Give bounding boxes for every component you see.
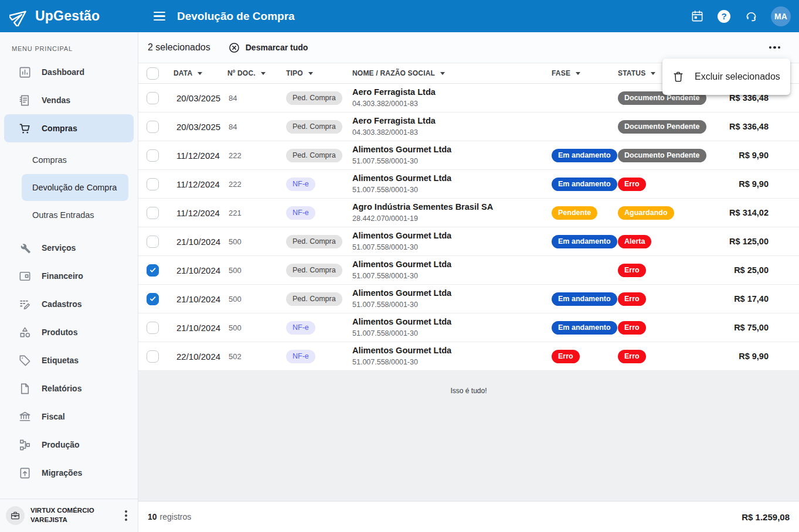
sidebar-item-label: Fiscal xyxy=(42,412,65,421)
paper-plane-logo-icon xyxy=(9,6,29,26)
row-date: 11/12/2024 xyxy=(174,151,227,161)
column-header-nome[interactable]: NOME / RAZÃO SOCIAL xyxy=(352,69,552,77)
row-doc-number: 222 xyxy=(227,151,286,160)
sidebar-item-servicos[interactable]: Serviços xyxy=(4,234,134,262)
select-all-checkbox[interactable] xyxy=(147,67,159,80)
trash-icon xyxy=(672,70,685,83)
help-icon[interactable]: ? xyxy=(717,9,731,23)
sort-arrow-icon xyxy=(651,72,655,75)
document-upload-icon xyxy=(18,466,32,480)
row-checkbox[interactable] xyxy=(147,236,159,248)
row-doc-number: 84 xyxy=(227,122,286,131)
topbar: UpGestão Devolução de Compra ? MA xyxy=(0,0,799,32)
row-cnpj: 51.007.558/0001-30 xyxy=(352,300,552,309)
column-header-fase[interactable]: FASE xyxy=(552,69,618,77)
table-row[interactable]: 21/10/2024 500 Ped. Compra Alimentos Gou… xyxy=(138,285,799,313)
status-chip: Aguardando xyxy=(618,206,674,220)
sidebar-item-etiquetas[interactable]: Etiquetas xyxy=(4,346,134,374)
fase-chip: Em andamento xyxy=(552,292,617,306)
briefcase-icon xyxy=(6,506,25,525)
row-doc-number: 84 xyxy=(227,94,286,103)
tipo-chip: Ped. Compra xyxy=(286,235,342,248)
menu-hamburger-icon[interactable] xyxy=(154,12,165,21)
sidebar-item-cadastros[interactable]: Cadastros xyxy=(4,290,134,318)
table-row[interactable]: 21/10/2024 500 NF-e Alimentos Gourmet Lt… xyxy=(138,313,799,342)
column-header-tipo[interactable]: TIPO xyxy=(286,69,352,77)
selected-count: 2 selecionados xyxy=(148,42,210,53)
row-value: R$ 17,40 xyxy=(701,294,769,303)
delete-selected-menu-item[interactable]: Excluir selecionados xyxy=(662,62,790,92)
submenu-item-devolucao-de-compra[interactable]: Devolução de Compra xyxy=(22,174,128,201)
column-header-doc[interactable]: Nº DOC. xyxy=(227,69,286,77)
row-checkbox[interactable] xyxy=(147,322,159,334)
table-row[interactable]: 11/12/2024 222 NF-e Alimentos Gourmet Lt… xyxy=(138,170,799,199)
fase-chip: Em andamento xyxy=(552,235,617,248)
row-checkbox[interactable] xyxy=(147,207,159,219)
row-company-name: Alimentos Gourmet Ltda xyxy=(352,144,552,155)
row-checkbox[interactable] xyxy=(147,178,159,190)
wallet-icon xyxy=(18,270,32,283)
sidebar-item-fiscal[interactable]: Fiscal xyxy=(4,403,134,431)
clear-selection-button[interactable]: Desmarcar tudo xyxy=(228,42,308,54)
table-row[interactable]: 11/12/2024 221 NF-e Agro Indústria Semen… xyxy=(138,199,799,227)
sidebar-item-produtos[interactable]: Produtos xyxy=(4,318,134,346)
sidebar-item-migracoes[interactable]: Migrações xyxy=(4,459,134,487)
row-doc-number: 500 xyxy=(227,266,286,275)
shopping-cart-icon xyxy=(18,122,32,135)
sidebar-item-vendas[interactable]: Vendas xyxy=(4,86,134,114)
row-checkbox[interactable] xyxy=(147,92,159,104)
sidebar-item-financeiro[interactable]: Financeiro xyxy=(4,262,134,290)
company-menu-kebab-icon[interactable] xyxy=(121,507,131,524)
status-chip: Alerta xyxy=(618,235,651,248)
row-checkbox[interactable] xyxy=(147,350,159,363)
footer-summary-bar: 10 registros R$ 1.259,08 xyxy=(138,501,799,532)
sidebar-item-compras[interactable]: Compras xyxy=(4,114,134,142)
brand[interactable]: UpGestão xyxy=(0,6,138,26)
tipo-chip: NF-e xyxy=(286,178,315,191)
table-row[interactable]: 21/10/2024 500 Ped. Compra Alimentos Gou… xyxy=(138,256,799,285)
status-chip: Erro xyxy=(618,292,646,306)
row-date: 21/10/2024 xyxy=(174,265,227,275)
row-doc-number: 502 xyxy=(227,352,286,361)
fase-chip: Em andamento xyxy=(552,149,617,162)
records-count: 10 xyxy=(148,512,157,521)
sidebar-item-label: Produção xyxy=(42,440,80,449)
tipo-chip: Ped. Compra xyxy=(286,292,342,306)
document-icon xyxy=(18,382,32,395)
sidebar-item-producao[interactable]: Produção xyxy=(4,431,134,459)
table-row[interactable]: 11/12/2024 222 Ped. Compra Alimentos Gou… xyxy=(138,141,799,170)
table-row[interactable]: 21/10/2024 500 Ped. Compra Alimentos Gou… xyxy=(138,227,799,256)
support-headset-icon[interactable] xyxy=(744,9,758,23)
row-cnpj: 51.007.558/0001-30 xyxy=(352,329,552,338)
row-doc-number: 500 xyxy=(227,295,286,303)
sidebar-item-dashboard[interactable]: Dashboard xyxy=(4,58,134,86)
fase-chip: Em andamento xyxy=(552,178,617,191)
column-header-data[interactable]: DATA xyxy=(174,69,227,77)
sort-arrow-icon xyxy=(576,72,580,75)
table-row[interactable]: 22/10/2024 502 NF-e Alimentos Gourmet Lt… xyxy=(138,342,799,371)
sidebar-item-label: Financeiro xyxy=(42,271,83,281)
row-checkbox[interactable] xyxy=(147,293,159,305)
circle-x-icon xyxy=(228,42,240,54)
row-checkbox[interactable] xyxy=(147,149,159,162)
row-company-name: Alimentos Gourmet Ltda xyxy=(352,173,552,184)
company-switcher[interactable]: VIRTUX COMÉRCIO VAREJISTA xyxy=(0,499,138,532)
row-cnpj: 04.303.382/0001-83 xyxy=(352,99,552,108)
submenu-item-compras[interactable]: Compras xyxy=(22,146,128,173)
row-company-name: Aero Ferragista Ltda xyxy=(352,87,552,98)
bank-icon xyxy=(18,410,32,424)
tipo-chip: Ped. Compra xyxy=(286,149,342,162)
tag-icon xyxy=(18,354,32,367)
calendar-icon[interactable] xyxy=(690,9,704,23)
sidebar-item-label: Migrações xyxy=(42,468,82,478)
table-row[interactable]: 20/03/2025 84 Ped. Compra Aero Ferragist… xyxy=(138,112,799,141)
row-checkbox[interactable] xyxy=(147,121,159,133)
sidebar-item-label: Cadastros xyxy=(42,299,81,309)
sidebar-item-relatorios[interactable]: Relatórios xyxy=(4,374,134,403)
submenu-item-outras-entradas[interactable]: Outras Entradas xyxy=(22,202,128,229)
more-actions-kebab-icon[interactable] xyxy=(764,42,786,54)
row-checkbox[interactable] xyxy=(147,264,159,277)
row-date: 21/10/2024 xyxy=(174,294,227,304)
user-avatar[interactable]: MA xyxy=(771,6,791,26)
row-value: R$ 9,90 xyxy=(701,352,769,361)
